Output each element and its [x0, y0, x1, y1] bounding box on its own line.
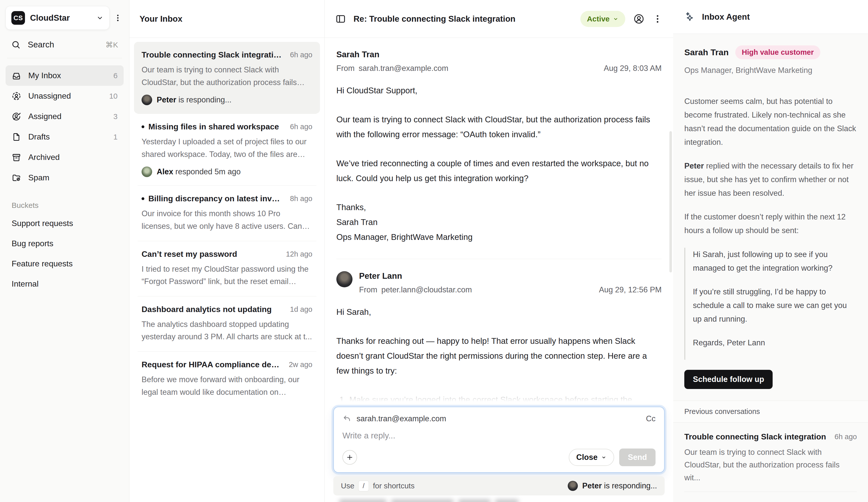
send-button[interactable]: Send: [619, 449, 655, 466]
status-label: Active: [587, 14, 610, 23]
conversation-preview: The analytics dashboard stopped updating…: [142, 318, 312, 343]
list-item[interactable]: Billing discrepancy on latest invoice 8h…: [134, 186, 320, 241]
list-item[interactable]: Can’t reset my password 12h ago I tried …: [134, 241, 320, 296]
conversation-title: Missing files in shared workspace: [148, 122, 279, 132]
workspace-row: CS CloudStar: [6, 6, 124, 30]
sidebar: CS CloudStar Search ⌘K My Inbox 6: [0, 0, 130, 502]
sidebar-item-count: 3: [113, 112, 117, 121]
sidebar-item-my-inbox[interactable]: My Inbox 6: [6, 65, 124, 86]
sidebar-item-assigned[interactable]: Assigned 3: [6, 106, 124, 127]
conversation-time: 8h ago: [286, 195, 312, 203]
sidebar-item-label: Drafts: [28, 132, 50, 142]
avatar: [142, 167, 152, 177]
conversation-time: 1d ago: [286, 305, 312, 314]
chevron-down-icon: [96, 14, 104, 22]
sender-name: Peter Lann: [359, 271, 662, 281]
sidebar-item-label: My Inbox: [28, 71, 61, 80]
message-body: Hi Sarah, Thanks for reaching out — happ…: [336, 304, 662, 378]
thread-title: Re: Trouble connecting Slack integration: [353, 14, 516, 24]
search-label: Search: [28, 40, 54, 50]
search-shortcut: ⌘K: [105, 40, 118, 49]
sidebar-item-unassigned[interactable]: Unassigned 10: [6, 86, 124, 106]
conversation-title: Dashboard analytics not updating: [142, 305, 272, 314]
sparkles-icon: [684, 11, 695, 23]
inbox-list-title: Your Inbox: [130, 0, 324, 38]
workspace-switcher[interactable]: CS CloudStar: [6, 6, 110, 30]
sidebar-item-support-requests[interactable]: Support requests: [6, 213, 124, 233]
sender-name: Sarah Tran: [336, 50, 662, 59]
reply-input[interactable]: [342, 431, 655, 440]
typing-status: Peter is responding...: [568, 481, 657, 491]
conversation-preview: Our invoice for this month shows 10 Pro …: [142, 207, 312, 232]
search-button[interactable]: Search ⌘K: [6, 30, 124, 58]
schedule-follow-up-button[interactable]: Schedule follow up: [684, 370, 773, 389]
sidebar-item-bug-reports[interactable]: Bug reports: [6, 233, 124, 253]
previous-conversations-section: Previous conversations Trouble connectin…: [673, 400, 868, 502]
message: Sarah Tran From sarah.tran@example.com A…: [336, 38, 662, 245]
chevron-down-icon: [601, 454, 607, 460]
shortcut-hint: Use: [341, 482, 354, 490]
inbox-agent-panel: Inbox Agent Sarah Tran High value custom…: [673, 0, 868, 502]
message-date: Aug 29, 8:03 AM: [604, 64, 662, 73]
conversation-time: 6h ago: [286, 51, 312, 59]
folder-blocked-icon: [12, 173, 21, 182]
blurred-draft-text: [339, 500, 519, 502]
reply-composer: sarah.tran@example.com Cc Close Send: [333, 407, 665, 473]
attach-button[interactable]: [342, 450, 357, 465]
sender-email: peter.lann@cloudstar.com: [381, 285, 472, 294]
unread-dot: [142, 125, 144, 128]
conversation-title: Billing discrepancy on latest invoice: [148, 194, 282, 203]
close-dropdown-button[interactable]: Close: [569, 449, 614, 466]
plus-icon: [346, 453, 354, 461]
sidebar-item-drafts[interactable]: Drafts 1: [6, 127, 124, 147]
thread-scrollbar[interactable]: [669, 131, 672, 272]
search-icon: [11, 40, 21, 50]
status-dropdown[interactable]: Active: [580, 11, 625, 27]
inbox-list-column: Your Inbox Trouble connecting Slack inte…: [130, 0, 325, 502]
cc-button[interactable]: Cc: [646, 414, 655, 423]
sidebar-item-spam[interactable]: Spam: [6, 167, 124, 188]
message-date: Aug 29, 12:56 PM: [599, 285, 662, 294]
from-label: From: [336, 64, 354, 73]
conversation-preview: Before we move forward with onboarding, …: [142, 373, 312, 398]
workspace-logo: CS: [11, 11, 25, 25]
customer-name: Sarah Tran: [684, 48, 729, 57]
list-item[interactable]: Missing files in shared workspace 6h ago…: [134, 114, 320, 186]
conversation-title: Trouble connecting Slack integration: [142, 50, 282, 60]
avatar: [336, 271, 352, 287]
typing-indicator: Peter is responding...: [157, 95, 231, 104]
sidebar-item-internal[interactable]: Internal: [6, 274, 124, 294]
sidebar-kebab-menu[interactable]: [112, 12, 124, 24]
customer-card: Sarah Tran High value customer Ops Manag…: [673, 34, 868, 85]
slash-keycap: /: [358, 481, 369, 491]
sidebar-item-feature-requests[interactable]: Feature requests: [6, 253, 124, 274]
archive-icon: [12, 153, 21, 162]
conversation-preview: Yesterday I uploaded a set of project fi…: [142, 135, 312, 160]
customer-role: Ops Manager, BrightWave Marketing: [684, 66, 857, 75]
user-dashed-icon: [12, 91, 21, 101]
previous-conversation-item[interactable]: Trouble connecting Slack integration 6h …: [673, 422, 868, 492]
list-item[interactable]: Trouble connecting Slack integration 6h …: [134, 42, 320, 114]
conversation-preview: Our team is trying to connect Slack with…: [684, 446, 857, 484]
panel-toggle-icon[interactable]: [335, 14, 346, 24]
assignee-icon[interactable]: [633, 13, 644, 24]
inbox-icon: [12, 71, 21, 81]
avatar: [142, 95, 152, 105]
thread-kebab-menu[interactable]: [652, 14, 663, 24]
previous-conversation-item[interactable]: API token expiry 2w ago We were wonderin…: [673, 492, 868, 502]
shortcut-bar: Use / for shortcuts Peter is responding.…: [333, 476, 665, 495]
sidebar-item-archived[interactable]: Archived: [6, 147, 124, 167]
sidebar-nav: My Inbox 6 Unassigned 10 Assigned 3 Draf…: [6, 58, 124, 188]
sidebar-item-count: 10: [109, 92, 117, 101]
sidebar-item-label: Archived: [28, 153, 60, 162]
sidebar-item-label: Spam: [28, 173, 50, 182]
list-item[interactable]: Dashboard analytics not updating 1d ago …: [134, 296, 320, 352]
chevron-down-icon: [613, 16, 619, 22]
reply-arrow-icon: [342, 415, 351, 423]
conversation-title: Request for HIPAA compliance details: [142, 360, 281, 369]
message-body: Hi CloudStar Support, Our team is trying…: [336, 83, 662, 245]
list-item[interactable]: Request for HIPAA compliance details 2w …: [134, 352, 320, 407]
agent-summary: Customer seems calm, but has potential t…: [673, 85, 868, 247]
reply-to-address: sarah.tran@example.com: [356, 414, 446, 423]
conversation-time: 6h ago: [830, 433, 857, 441]
